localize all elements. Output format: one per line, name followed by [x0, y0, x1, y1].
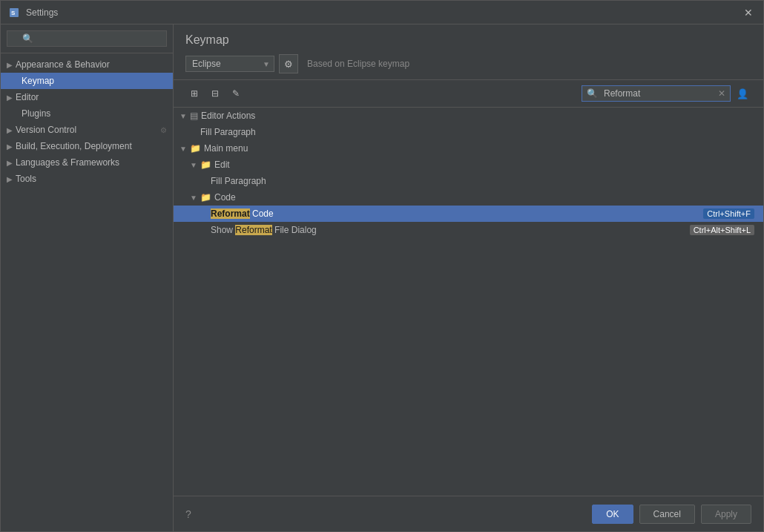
- tree-node-reformat-code[interactable]: Reformat Code Ctrl+Shift+F: [174, 206, 763, 222]
- tree-node-code[interactable]: ▼ 📁 Code: [174, 189, 763, 206]
- node-label-code: Code: [214, 192, 760, 203]
- expand-arrow-tools: ▶: [7, 175, 13, 183]
- expand-arrow-code: ▼: [190, 194, 200, 202]
- expand-arrow-editor: ▶: [7, 93, 13, 102]
- expand-all-button[interactable]: ⊞: [185, 85, 203, 102]
- bottom-bar: ? OK Cancel Apply: [174, 496, 763, 531]
- gear-icon-vc: ⚙: [160, 126, 167, 134]
- collapse-all-button[interactable]: ⊟: [206, 85, 224, 102]
- edit-shortcut-button[interactable]: ✎: [227, 85, 245, 102]
- sidebar-search-area: [1, 24, 173, 53]
- tree-node-main-menu[interactable]: ▼ 📁 Main menu: [174, 140, 763, 157]
- node-label-editor-actions: Editor Actions: [201, 111, 760, 121]
- keymap-settings-button[interactable]: ⚙: [279, 54, 298, 73]
- shortcut-show-reformat: Ctrl+Alt+Shift+L: [690, 226, 760, 234]
- sidebar-item-plugins[interactable]: Plugins: [1, 105, 173, 122]
- node-label-fill-paragraph-1: Fill Paragraph: [200, 127, 760, 137]
- sidebar-label-editor: Editor: [16, 92, 39, 102]
- sidebar-item-tools[interactable]: ▶ Tools: [1, 171, 173, 187]
- keymap-search-input[interactable]: [602, 86, 714, 101]
- settings-dialog: S Settings ✕ ▶ Appearance & Behavior Key…: [0, 0, 764, 532]
- expand-arrow-build: ▶: [7, 142, 13, 151]
- tree-node-fill-paragraph-2[interactable]: Fill Paragraph: [174, 173, 763, 189]
- dialog-title: Settings: [26, 7, 741, 18]
- sidebar-items: ▶ Appearance & Behavior Keymap ▶ Editor …: [1, 53, 173, 531]
- expand-arrow-vc: ▶: [7, 126, 13, 134]
- app-icon: S: [8, 7, 20, 19]
- sidebar-item-version-control[interactable]: ▶ Version Control ⚙: [1, 122, 173, 138]
- node-label-fill-paragraph-2: Fill Paragraph: [211, 176, 760, 186]
- settings-gear-icon: ⚙: [284, 59, 293, 70]
- expand-all-icon: ⊞: [191, 88, 198, 99]
- sidebar-search-input[interactable]: [7, 30, 167, 47]
- shortcut-badge-reformat: Ctrl+Shift+F: [703, 208, 754, 219]
- page-title: Keymap: [185, 33, 751, 47]
- ok-button[interactable]: OK: [592, 505, 633, 524]
- expand-arrow-main-menu: ▼: [180, 145, 190, 153]
- node-label-edit: Edit: [214, 160, 760, 170]
- node-label-reformat-code: Reformat Code: [211, 208, 703, 219]
- sidebar-label-keymap: Keymap: [22, 76, 54, 86]
- expand-arrow-edit: ▼: [190, 161, 200, 169]
- highlight-reformat-2: Reformat: [235, 225, 271, 235]
- sidebar-item-build[interactable]: ▶ Build, Execution, Deployment: [1, 138, 173, 154]
- keymap-based-label: Based on Eclipse keymap: [307, 59, 409, 69]
- search-clear-button[interactable]: ✕: [714, 86, 730, 101]
- edit-icon: ✎: [232, 88, 240, 99]
- sidebar-label-tools: Tools: [16, 174, 36, 184]
- folder-icon-edit: 📁: [200, 160, 211, 170]
- main-content: ▶ Appearance & Behavior Keymap ▶ Editor …: [1, 24, 763, 531]
- sidebar-item-languages[interactable]: ▶ Languages & Frameworks: [1, 154, 173, 171]
- apply-button[interactable]: Apply: [701, 505, 751, 524]
- folder-icon-code: 📁: [200, 192, 211, 203]
- keymap-dropdown[interactable]: Eclipse Default Emacs: [185, 56, 274, 72]
- tree-node-editor-actions[interactable]: ▼ ▤ Editor Actions: [174, 108, 763, 124]
- shortcut-reformat-code: Ctrl+Shift+F: [703, 209, 760, 218]
- sidebar-item-editor[interactable]: ▶ Editor: [1, 89, 173, 105]
- sidebar-label-build: Build, Execution, Deployment: [16, 141, 132, 151]
- expand-arrow-lang: ▶: [7, 159, 13, 167]
- sidebar-item-keymap[interactable]: Keymap: [1, 73, 173, 89]
- close-button[interactable]: ✕: [741, 5, 756, 20]
- title-bar: S Settings ✕: [1, 1, 763, 24]
- tree-node-show-reformat[interactable]: Show Reformat File Dialog Ctrl+Alt+Shift…: [174, 222, 763, 238]
- node-label-show-reformat: Show Reformat File Dialog: [211, 225, 690, 235]
- toolbar-row: ⊞ ⊟ ✎ 🔍 ✕ 👤: [174, 80, 763, 108]
- tree-node-edit[interactable]: ▼ 📁 Edit: [174, 157, 763, 173]
- cancel-button[interactable]: Cancel: [639, 505, 695, 524]
- search-bar: 🔍 ✕: [582, 85, 731, 102]
- keymap-select-wrapper: Eclipse Default Emacs ▼: [185, 56, 274, 72]
- sidebar-label-plugins: Plugins: [22, 108, 50, 119]
- keymap-tree[interactable]: ▼ ▤ Editor Actions Fill Paragraph ▼ 📁 Ma…: [174, 108, 763, 496]
- search-icon: 🔍: [582, 86, 602, 101]
- node-label-main-menu: Main menu: [204, 143, 760, 154]
- svg-text:S: S: [11, 10, 16, 16]
- help-icon[interactable]: ?: [185, 508, 191, 520]
- sidebar-item-appearance[interactable]: ▶ Appearance & Behavior: [1, 56, 173, 73]
- expand-arrow-editor-actions: ▼: [180, 112, 190, 120]
- sidebar: ▶ Appearance & Behavior Keymap ▶ Editor …: [1, 24, 174, 531]
- find-shortcut-icon: 👤: [737, 88, 748, 99]
- sidebar-label-appearance: Appearance & Behavior: [16, 59, 110, 70]
- tree-node-fill-paragraph-1[interactable]: Fill Paragraph: [174, 124, 763, 140]
- editor-actions-icon: ▤: [190, 111, 198, 121]
- highlight-reformat: Reformat: [211, 208, 250, 219]
- sidebar-label-vc: Version Control: [16, 125, 76, 135]
- shortcut-badge-show-reformat: Ctrl+Alt+Shift+L: [690, 225, 754, 235]
- folder-icon-main-menu: 📁: [190, 143, 201, 154]
- expand-arrow-appearance: ▶: [7, 61, 13, 69]
- collapse-all-icon: ⊟: [211, 88, 219, 99]
- content-area: Keymap Eclipse Default Emacs ▼ ⚙ Based o…: [174, 24, 763, 531]
- sidebar-label-languages: Languages & Frameworks: [16, 157, 119, 168]
- search-options-button[interactable]: 👤: [734, 85, 751, 102]
- content-header: Keymap Eclipse Default Emacs ▼ ⚙ Based o…: [174, 24, 763, 80]
- keymap-controls: Eclipse Default Emacs ▼ ⚙ Based on Eclip…: [185, 54, 751, 73]
